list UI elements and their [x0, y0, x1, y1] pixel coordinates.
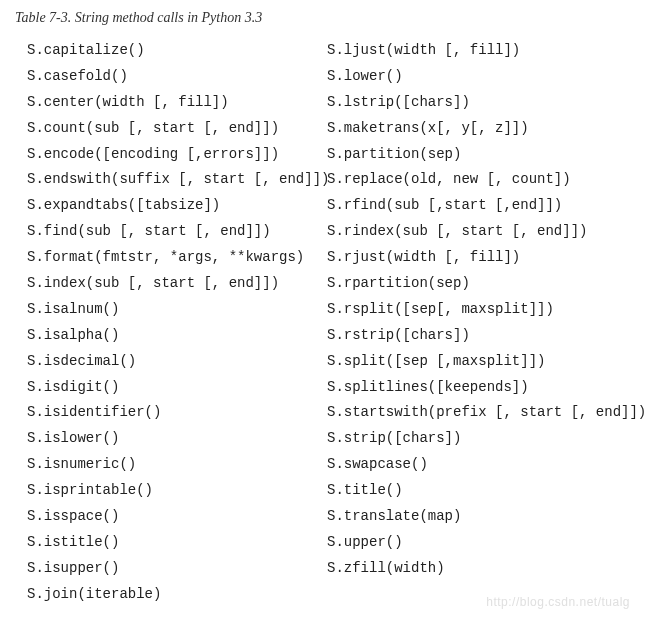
- methods-table: S.capitalize()S.casefold()S.center(width…: [15, 38, 635, 608]
- method-entry: S.isnumeric(): [27, 452, 327, 478]
- method-entry: S.isspace(): [27, 504, 327, 530]
- method-entry: S.isdecimal(): [27, 349, 327, 375]
- method-entry: S.lstrip([chars]): [327, 90, 646, 116]
- method-entry: S.rsplit([sep[, maxsplit]]): [327, 297, 646, 323]
- column-right: S.ljust(width [, fill])S.lower()S.lstrip…: [327, 38, 646, 608]
- method-entry: S.isprintable(): [27, 478, 327, 504]
- method-entry: S.zfill(width): [327, 556, 646, 582]
- table-caption: Table 7-3. String method calls in Python…: [15, 10, 635, 26]
- method-entry: S.translate(map): [327, 504, 646, 530]
- method-entry: S.encode([encoding [,errors]]): [27, 142, 327, 168]
- method-entry: S.expandtabs([tabsize]): [27, 193, 327, 219]
- method-entry: S.casefold(): [27, 64, 327, 90]
- method-entry: S.ljust(width [, fill]): [327, 38, 646, 64]
- watermark: http://blog.csdn.net/tualg: [486, 595, 630, 609]
- method-entry: S.upper(): [327, 530, 646, 556]
- method-entry: S.swapcase(): [327, 452, 646, 478]
- method-entry: S.isupper(): [27, 556, 327, 582]
- method-entry: S.endswith(suffix [, start [, end]]): [27, 167, 327, 193]
- method-entry: S.lower(): [327, 64, 646, 90]
- method-entry: S.join(iterable): [27, 582, 327, 608]
- method-entry: S.rpartition(sep): [327, 271, 646, 297]
- method-entry: S.rfind(sub [,start [,end]]): [327, 193, 646, 219]
- method-entry: S.isalpha(): [27, 323, 327, 349]
- method-entry: S.isidentifier(): [27, 400, 327, 426]
- method-entry: S.splitlines([keepends]): [327, 375, 646, 401]
- method-entry: S.rstrip([chars]): [327, 323, 646, 349]
- method-entry: S.rindex(sub [, start [, end]]): [327, 219, 646, 245]
- method-entry: S.replace(old, new [, count]): [327, 167, 646, 193]
- method-entry: S.rjust(width [, fill]): [327, 245, 646, 271]
- method-entry: S.islower(): [27, 426, 327, 452]
- column-left: S.capitalize()S.casefold()S.center(width…: [27, 38, 327, 608]
- method-entry: S.capitalize(): [27, 38, 327, 64]
- method-entry: S.title(): [327, 478, 646, 504]
- method-entry: S.isdigit(): [27, 375, 327, 401]
- method-entry: S.isalnum(): [27, 297, 327, 323]
- method-entry: S.istitle(): [27, 530, 327, 556]
- method-entry: S.format(fmtstr, *args, **kwargs): [27, 245, 327, 271]
- method-entry: S.strip([chars]): [327, 426, 646, 452]
- method-entry: S.center(width [, fill]): [27, 90, 327, 116]
- method-entry: S.find(sub [, start [, end]]): [27, 219, 327, 245]
- method-entry: S.count(sub [, start [, end]]): [27, 116, 327, 142]
- method-entry: S.maketrans(x[, y[, z]]): [327, 116, 646, 142]
- method-entry: S.startswith(prefix [, start [, end]]): [327, 400, 646, 426]
- method-entry: S.split([sep [,maxsplit]]): [327, 349, 646, 375]
- method-entry: S.partition(sep): [327, 142, 646, 168]
- method-entry: S.index(sub [, start [, end]]): [27, 271, 327, 297]
